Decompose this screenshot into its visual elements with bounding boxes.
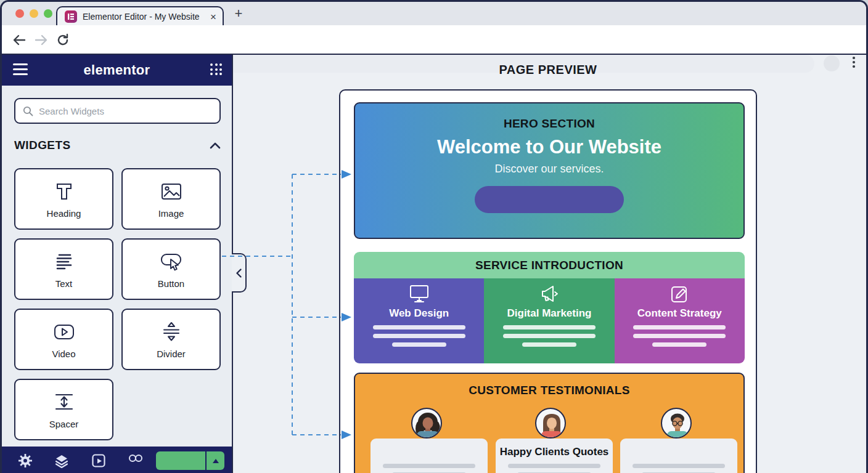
edit-icon xyxy=(667,283,692,305)
sidebar-collapse-handle[interactable] xyxy=(232,253,247,293)
widget-card-text[interactable]: Text xyxy=(14,238,113,300)
megaphone-icon xyxy=(537,283,562,305)
placeholder-lines xyxy=(503,325,596,347)
tab-title: Elementor Editor - My Website xyxy=(83,12,205,22)
button-icon xyxy=(158,249,185,274)
testimonials-section[interactable]: CUSTOMER TESTIMONIALS Happy Clients Quot… xyxy=(354,373,745,473)
placeholder-line xyxy=(633,464,725,468)
chevron-left-icon xyxy=(236,269,242,278)
page-preview-title: PAGE PREVIEW xyxy=(339,63,757,77)
tab-strip: Elementor Editor - My Website × + xyxy=(2,2,866,25)
search-icon xyxy=(23,106,33,116)
testimonial-avatar-2 xyxy=(535,408,566,439)
widget-card-divider[interactable]: Divider xyxy=(121,309,221,370)
browser-window: Elementor Editor - My Website × + elemen… xyxy=(0,0,868,473)
widget-card-video[interactable]: Video xyxy=(14,309,113,370)
apps-grid-icon[interactable] xyxy=(210,63,222,75)
minimize-window-button[interactable] xyxy=(30,9,38,18)
services-section[interactable]: SERVICE INTRODUCTION Web Design Digital … xyxy=(354,252,745,363)
publish-split-button xyxy=(156,451,224,470)
browser-navbar xyxy=(2,25,866,55)
sidebar-header: elementor xyxy=(2,55,232,86)
browser-menu-icon[interactable] xyxy=(853,57,855,68)
layers-icon[interactable] xyxy=(55,454,68,468)
preview-icon[interactable] xyxy=(92,454,105,467)
elementor-favicon-icon xyxy=(65,10,77,23)
divider-icon xyxy=(159,320,184,344)
testimonial-avatar-1 xyxy=(411,408,442,439)
service-column-content-strategy[interactable]: Content Strategy xyxy=(615,278,745,363)
testimonial-card[interactable]: Happy Clients Quotes xyxy=(496,439,613,473)
forward-icon[interactable] xyxy=(34,33,49,47)
sidebar-footer xyxy=(2,447,232,473)
testimonial-quote-label: Happy Clients Quotes xyxy=(496,446,613,458)
preview-canvas: HERO SECTION Welcome to Our Website Disc… xyxy=(339,89,757,473)
hero-heading: Welcome to Our Website xyxy=(355,136,743,158)
image-icon xyxy=(159,179,184,204)
monitor-icon xyxy=(407,283,432,305)
placeholder-lines xyxy=(373,325,465,347)
publish-button[interactable] xyxy=(156,451,207,470)
settings-icon[interactable] xyxy=(18,454,32,467)
service-column-digital-marketing[interactable]: Digital Marketing xyxy=(484,278,614,363)
service-column-web-design[interactable]: Web Design xyxy=(354,278,484,363)
hamburger-menu-icon[interactable] xyxy=(13,63,28,75)
heading-icon xyxy=(52,179,76,204)
placeholder-lines xyxy=(633,325,726,347)
text-icon xyxy=(52,249,76,274)
back-icon[interactable] xyxy=(12,33,27,47)
spacer-icon xyxy=(52,390,76,414)
close-tab-icon[interactable]: × xyxy=(210,12,216,22)
placeholder-line xyxy=(508,464,600,468)
testimonial-card[interactable] xyxy=(371,439,488,473)
hero-section[interactable]: HERO SECTION Welcome to Our Website Disc… xyxy=(354,102,745,239)
widgets-panel-title: WIDGETS xyxy=(14,139,70,152)
widget-card-spacer[interactable]: Spacer xyxy=(14,379,113,440)
testimonial-card[interactable] xyxy=(620,439,737,473)
widget-search[interactable] xyxy=(14,98,221,124)
maximize-window-button[interactable] xyxy=(44,9,52,18)
reload-icon[interactable] xyxy=(56,33,70,47)
chevron-up-icon[interactable] xyxy=(210,142,221,149)
widget-card-image[interactable]: Image xyxy=(121,168,221,230)
hero-subheading: Discover our services. xyxy=(355,163,743,176)
search-input[interactable] xyxy=(39,106,212,116)
browser-tab[interactable]: Elementor Editor - My Website × xyxy=(56,6,224,26)
close-window-button[interactable] xyxy=(15,9,24,18)
placeholder-line xyxy=(383,464,475,468)
link-icon[interactable] xyxy=(128,454,143,463)
caret-up-icon xyxy=(213,459,219,463)
widget-card-heading[interactable]: Heading xyxy=(14,168,113,230)
testimonials-section-label: CUSTOMER TESTIMONIALS xyxy=(355,384,743,397)
services-section-label: SERVICE INTRODUCTION xyxy=(354,252,745,278)
publish-dropdown-button[interactable] xyxy=(207,451,224,470)
profile-avatar[interactable] xyxy=(824,55,840,71)
testimonial-avatar-3 xyxy=(661,408,692,439)
new-tab-button[interactable]: + xyxy=(231,6,246,22)
elementor-sidebar: elementor WIDGETS Heading Image Text But… xyxy=(2,55,233,473)
elementor-logo: elementor xyxy=(2,62,232,78)
video-icon xyxy=(52,320,76,344)
hero-cta-button[interactable] xyxy=(475,186,624,213)
hero-section-label: HERO SECTION xyxy=(355,117,743,131)
widget-card-button[interactable]: Button xyxy=(121,238,221,300)
